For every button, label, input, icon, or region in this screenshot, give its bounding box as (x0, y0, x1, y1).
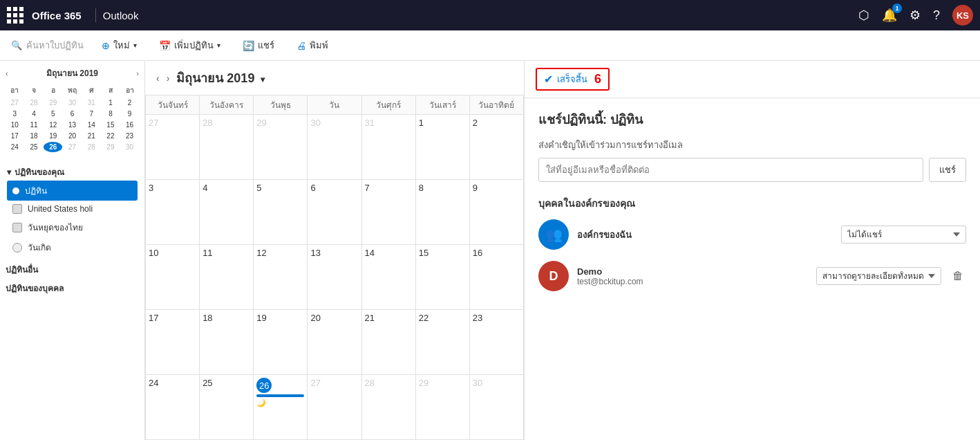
notification-badge: 1 (892, 3, 902, 13)
mini-cal-day[interactable]: 12 (44, 120, 62, 130)
cal-cell[interactable]: 18 (200, 310, 254, 375)
mini-cal-day[interactable]: 22 (102, 131, 120, 141)
cal-cell-today[interactable]: 26 🌙 (254, 375, 308, 440)
mini-cal-day[interactable]: 16 (120, 120, 139, 130)
other-calendars-label[interactable]: ปฏิทินอื่น (0, 260, 144, 279)
skype-icon[interactable]: ⬡ (858, 8, 869, 23)
mini-cal-day[interactable]: 28 (25, 98, 44, 108)
cal-cell[interactable]: 15 (416, 245, 470, 310)
notifications-icon[interactable]: 🔔 1 (882, 8, 897, 23)
mini-cal-day[interactable]: 28 (82, 142, 101, 152)
mini-cal-day[interactable]: 4 (25, 109, 44, 119)
mini-cal-day[interactable]: 13 (63, 120, 82, 130)
mini-cal-day[interactable]: 8 (102, 109, 120, 119)
my-calendars-title[interactable]: ▾ ปฏิทินของคุณ (7, 163, 138, 181)
cal-cell[interactable]: 23 (470, 310, 524, 375)
sidebar-item-us-holiday[interactable]: United States holi (7, 201, 138, 217)
mini-cal-day[interactable]: 15 (102, 120, 120, 130)
mini-cal-day[interactable]: 19 (44, 131, 62, 141)
mini-cal-day[interactable]: 25 (25, 142, 44, 152)
cal-cell[interactable]: 30 (308, 115, 361, 180)
search-area[interactable]: 🔍 ค้นหาใบปฏิทิน (11, 38, 84, 53)
mini-cal-next[interactable]: › (136, 69, 139, 77)
cal-cell[interactable]: 28 (200, 115, 254, 180)
complete-button[interactable]: ✔ เสร็จสิ้น 6 (536, 68, 610, 91)
cal-cell[interactable]: 11 (200, 245, 254, 310)
mini-cal-day[interactable]: 17 (6, 131, 24, 141)
cal-cell[interactable]: 31 (362, 115, 416, 180)
mini-cal-day[interactable]: 5 (44, 109, 62, 119)
sidebar-item-thai-holiday[interactable]: วันหยุดของไทย (7, 217, 138, 237)
mini-cal-day[interactable]: 20 (63, 131, 82, 141)
mini-cal-day[interactable]: 10 (6, 120, 24, 130)
cal-cell[interactable]: 12 (254, 245, 308, 310)
mini-cal-day[interactable]: 29 (102, 142, 120, 152)
cal-cell[interactable]: 27 (146, 115, 200, 180)
waffle-menu[interactable] (7, 7, 23, 24)
email-input[interactable] (538, 158, 923, 182)
sidebar-item-calendar[interactable]: ปฏิทิน (7, 181, 138, 201)
cal-cell[interactable]: 5 (254, 180, 308, 245)
help-icon[interactable]: ? (933, 8, 940, 23)
mini-cal-day[interactable]: 29 (44, 98, 62, 108)
demo-permission-select[interactable]: ไม่ได้แชร์ สามารถดูรายละเอียดทั้งหมด สาม… (816, 267, 941, 285)
mini-cal-day[interactable]: 2 (120, 98, 139, 108)
cal-cell[interactable]: 7 (362, 180, 416, 245)
print-button[interactable]: 🖨 พิมพ์ (292, 35, 332, 55)
cal-cell[interactable]: 17 (146, 310, 200, 375)
cal-cell[interactable]: 24 (146, 375, 200, 440)
mini-cal-day[interactable]: 7 (82, 109, 101, 119)
share-send-button[interactable]: แชร์ (929, 158, 966, 182)
cal-cell[interactable]: 14 (362, 245, 416, 310)
cal-cell[interactable]: 20 (308, 310, 361, 375)
people-calendars-label[interactable]: ปฏิทินของบุคคล (0, 279, 144, 297)
mini-cal-day[interactable]: 1 (102, 98, 120, 108)
mini-cal-prev[interactable]: ‹ (6, 69, 8, 77)
cal-cell[interactable]: 29 (254, 115, 308, 180)
cal-cell[interactable]: 28 (362, 375, 416, 440)
cal-cell[interactable]: 19 (254, 310, 308, 375)
cal-next[interactable]: › (167, 73, 170, 84)
mini-cal-day[interactable]: 23 (120, 131, 139, 141)
cal-cell[interactable]: 29 (416, 375, 470, 440)
cal-cell[interactable]: 13 (308, 245, 361, 310)
share-button[interactable]: 🔄 แชร์ (238, 35, 279, 55)
mini-cal-day[interactable]: 18 (25, 131, 44, 141)
cal-cell[interactable]: 10 (146, 245, 200, 310)
cal-cell[interactable]: 2 (470, 115, 524, 180)
cal-month-title[interactable]: มิถุนายน 2019 ▾ (176, 68, 265, 88)
mini-cal-day[interactable]: 9 (120, 109, 139, 119)
cal-cell[interactable]: 21 (362, 310, 416, 375)
cal-cell[interactable]: 8 (416, 180, 470, 245)
mini-cal-day[interactable]: 11 (25, 120, 44, 130)
mini-cal-today[interactable]: 26 (44, 142, 62, 152)
mini-cal-day[interactable]: 14 (82, 120, 101, 130)
cal-cell[interactable]: 9 (470, 180, 524, 245)
mini-cal-day[interactable]: 31 (82, 98, 101, 108)
settings-icon[interactable]: ⚙ (910, 8, 921, 23)
add-calendar-button[interactable]: 📅 เพิ่มปฏิทิน ▾ (155, 35, 225, 55)
cal-cell[interactable]: 4 (200, 180, 254, 245)
cal-cell[interactable]: 27 (308, 375, 361, 440)
mini-cal-day[interactable]: 30 (120, 142, 139, 152)
mini-cal-day[interactable]: 27 (6, 98, 24, 108)
user-avatar[interactable]: KS (952, 5, 973, 26)
mini-cal-day[interactable]: 30 (63, 98, 82, 108)
mini-cal-day[interactable]: 21 (82, 131, 101, 141)
demo-delete-icon[interactable]: 🗑 (950, 267, 966, 285)
cal-cell[interactable]: 1 (416, 115, 470, 180)
cal-cell[interactable]: 16 (470, 245, 524, 310)
cal-cell[interactable]: 6 (308, 180, 361, 245)
cal-prev[interactable]: ‹ (156, 73, 160, 84)
cal-cell[interactable]: 25 (200, 375, 254, 440)
new-button[interactable]: ⊕ ใหม่ ▾ (97, 35, 141, 55)
mini-cal-day[interactable]: 6 (63, 109, 82, 119)
sidebar-item-birthday[interactable]: วันเกิด (7, 237, 138, 257)
mini-cal-day[interactable]: 24 (6, 142, 24, 152)
cal-cell[interactable]: 22 (416, 310, 470, 375)
cal-cell[interactable]: 3 (146, 180, 200, 245)
mini-cal-day[interactable]: 3 (6, 109, 24, 119)
org-permission-select[interactable]: ไม่ได้แชร์ สามารถดูรายละเอียดทั้งหมด สาม… (841, 226, 966, 244)
mini-cal-day[interactable]: 27 (63, 142, 82, 152)
cal-cell[interactable]: 30 (470, 375, 524, 440)
